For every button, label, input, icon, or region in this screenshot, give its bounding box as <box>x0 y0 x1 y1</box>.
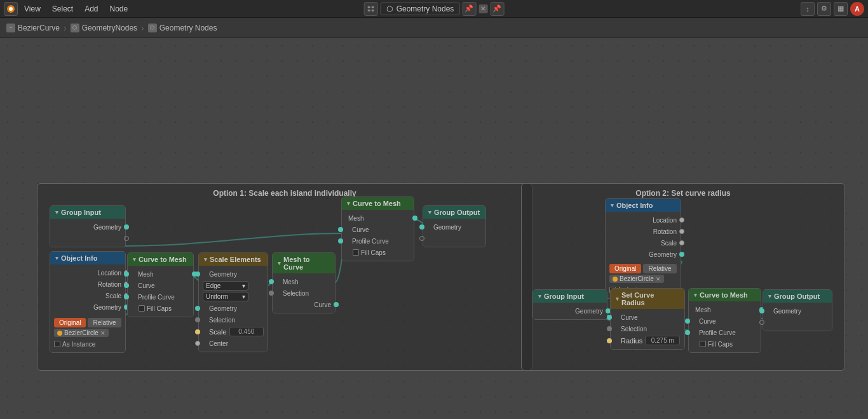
toolbar-btn-3[interactable]: ▦ <box>834 2 848 16</box>
uniform-dropdown[interactable]: Uniform ▾ <box>203 292 248 301</box>
row-mesh-in-m2c: Mesh <box>276 276 331 287</box>
node-scale-elements[interactable]: ▾ Scale Elements Geometry Edge ▾ Uniform… <box>198 252 268 352</box>
chk-fill-caps-1[interactable] <box>139 305 145 312</box>
node-group-input-2-header: ▾ Group Input <box>533 290 607 303</box>
socket-empty-1 <box>124 236 129 241</box>
socket-empty-go1 <box>419 236 424 241</box>
blender-icon[interactable] <box>4 2 18 16</box>
node-set-curve-radius[interactable]: ▾ Set Curve Radius Curve Selection Radiu… <box>610 288 685 350</box>
btn-original-1[interactable]: Original <box>54 318 86 327</box>
svg-rect-5 <box>372 10 374 11</box>
breadcrumb-sep-1: › <box>64 23 67 33</box>
chk-as-instance-1[interactable] <box>54 341 60 347</box>
row-geometry-out-2: Geometry <box>537 305 603 317</box>
fill-caps-row-1: Fill Caps <box>132 303 189 314</box>
node-curve-to-mesh-top[interactable]: ▾ Curve to Mesh Mesh Curve Profile Curve… <box>341 196 414 261</box>
socket-radius-in <box>607 338 612 343</box>
breadcrumb-item-geonodes[interactable]: ⬡ GeometryNodes <box>71 24 137 32</box>
edge-dropdown[interactable]: Edge ▾ <box>203 281 248 291</box>
node-group-output-2-header: ▾ Group Output <box>763 290 832 303</box>
chk-fill-caps-top[interactable] <box>353 249 359 256</box>
frame2-title: Option 2: Set curve radius <box>635 189 730 198</box>
node-object-info-1-body: Location Rotation Scale Geometry Origina… <box>50 264 125 352</box>
svg-point-1 <box>9 7 13 11</box>
tag-close-1[interactable]: ✕ <box>100 330 105 336</box>
menu-bar: View Select Add Node ⬡ Geometry Nodes 📌 … <box>0 0 868 18</box>
node-set-curve-radius-body: Curve Selection Radius 0.275 m <box>611 309 684 349</box>
row-center-scale: Center <box>203 338 264 349</box>
menu-select[interactable]: Select <box>47 3 78 15</box>
row-sel-in-scale: Selection <box>203 314 264 326</box>
uniform-dropdown-row: Uniform ▾ <box>203 292 264 301</box>
tag-chip-1: BezierCircle ✕ <box>54 329 109 337</box>
scale-value[interactable]: 0.450 <box>229 327 264 336</box>
socket-curve-out-m2c <box>334 302 339 307</box>
socket-curve-in-scr <box>607 315 612 320</box>
toolbar-btn-1[interactable]: ↕ <box>801 2 815 16</box>
node-object-info-2[interactable]: ▾ Object Info Location Rotation Scale Ge… <box>605 198 681 299</box>
node-object-info-1[interactable]: ▾ Object Info Location Rotation Scale Ge… <box>50 251 126 353</box>
row-geometry-out-1: Geometry <box>54 221 121 233</box>
node-curve-to-mesh-2-body: Mesh Curve Profile Curve Fill Caps <box>689 301 761 352</box>
menu-add[interactable]: Add <box>79 3 103 15</box>
node-group-output-1[interactable]: ▾ Group Output Geometry <box>423 205 486 247</box>
row-geo-out: Geometry <box>54 301 121 313</box>
row-profile-in-1: Profile Curve <box>132 291 189 303</box>
pin-view-btn[interactable]: 📌 <box>462 2 476 16</box>
node-group-input-2[interactable]: ▾ Group Input Geometry <box>532 289 607 320</box>
node-set-curve-radius-header: ▾ Set Curve Radius <box>611 289 684 309</box>
btn-relative-1[interactable]: Relative <box>88 318 121 327</box>
row-curve-out-m2c: Curve <box>276 299 331 310</box>
menu-node[interactable]: Node <box>105 3 133 15</box>
row-geo-in-go1: Geometry <box>427 221 482 233</box>
breadcrumb-item-beziercurve[interactable]: ~ BezierCurve <box>6 24 60 32</box>
close-editor-btn[interactable]: ✕ <box>478 4 487 13</box>
breadcrumb-label-geonodes: GeometryNodes <box>82 24 137 32</box>
socket-geo-in2-scale <box>195 306 200 311</box>
socket-curve-in-top <box>338 227 343 232</box>
node-curve-to-mesh-1-header: ▾ Curve to Mesh <box>128 253 193 266</box>
socket-geo-in-scale <box>195 271 200 277</box>
editor-type-icon[interactable] <box>364 2 378 16</box>
node-scale-elements-header: ▾ Scale Elements <box>199 253 268 266</box>
btn-relative-2[interactable]: Relative <box>643 264 676 273</box>
socket-rot-out-2 <box>679 229 684 234</box>
tag-close-2[interactable]: ✕ <box>656 276 661 282</box>
row-scale-out-2: Scale <box>609 237 677 249</box>
row-sel-in-scr: Selection <box>614 323 681 334</box>
user-avatar[interactable]: A <box>850 2 864 16</box>
socket-mesh-left-1 <box>124 271 129 277</box>
socket-geo-out-1 <box>124 224 129 230</box>
row-mesh-out-1: Mesh <box>132 268 189 280</box>
row-profile-in-ctm2: Profile Curve <box>693 327 757 338</box>
tag-row-2: BezierCircle ✕ <box>609 275 677 283</box>
row-loc-out: Location <box>54 267 121 278</box>
radius-value[interactable]: 0.275 m <box>645 336 680 345</box>
obj-info-buttons: Original Relative <box>54 318 121 327</box>
row-circle-go1 <box>427 233 482 244</box>
row-curve-in-top: Curve <box>346 224 410 235</box>
breadcrumb-item-geonodesmod[interactable]: ⬡ Geometry Nodes <box>148 24 217 32</box>
node-group-output-2[interactable]: ▾ Group Output Geometry <box>763 289 832 331</box>
socket-sel-in-scale <box>195 317 200 322</box>
node-group-input-1-header: ▾ Group Input <box>50 206 125 219</box>
pin-icon[interactable]: 📌 <box>490 2 504 16</box>
node-scale-elements-body: Geometry Edge ▾ Uniform ▾ Geometry <box>199 266 268 352</box>
node-curve-to-mesh-1[interactable]: ▾ Curve to Mesh Mesh Curve Profile Curve… <box>127 252 194 317</box>
node-group-input-1[interactable]: ▾ Group Input Geometry <box>50 205 126 247</box>
socket-sel-in-m2c <box>269 291 274 296</box>
row-loc-out-2: Location <box>609 214 677 226</box>
tag-dot-1 <box>57 331 62 336</box>
node-editor[interactable]: Option 1: Scale each island individually… <box>0 38 868 419</box>
btn-original-2[interactable]: Original <box>609 264 641 273</box>
menu-view[interactable]: View <box>19 3 46 15</box>
node-curve-to-mesh-2[interactable]: ▾ Curve to Mesh Mesh Curve Profile Curve… <box>688 288 761 353</box>
socket-loc-out-2 <box>679 217 684 223</box>
socket-center-in <box>195 341 200 346</box>
toolbar-btn-2[interactable]: ⚙ <box>817 2 831 16</box>
node-mesh-to-curve[interactable]: ▾ Mesh to Curve Mesh Selection Curve <box>272 252 336 313</box>
node-group-output-2-body: Geometry <box>763 303 832 331</box>
chk-fill-caps-2[interactable] <box>700 341 706 347</box>
tag-row-1: BezierCircle ✕ <box>54 329 121 337</box>
row-circle-out-1 <box>54 233 121 244</box>
